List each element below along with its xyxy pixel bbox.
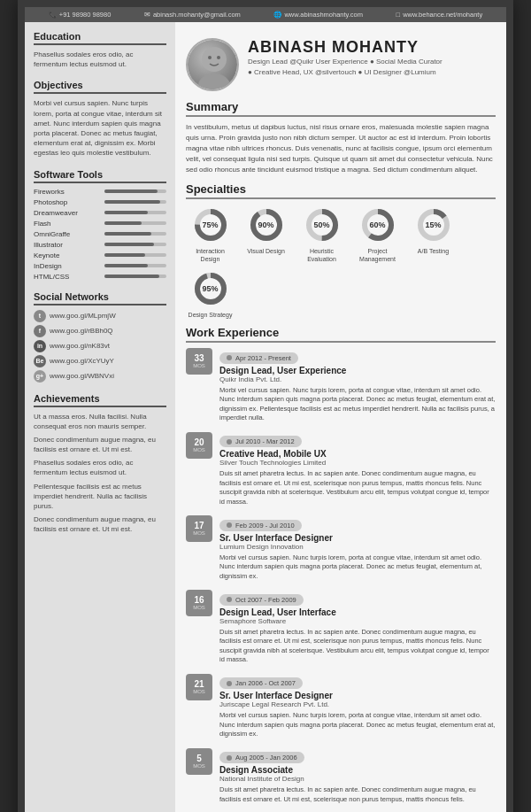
- work-badge: 5 MOS: [186, 748, 212, 775]
- software-item: Illustrator: [34, 241, 166, 249]
- social-item: in www.goo.gl/nK83vt: [34, 340, 166, 352]
- achievements-title: Achievements: [34, 393, 166, 407]
- header-behance: □ www.behance.net/mohanty: [396, 11, 483, 19]
- software-label: Illustrator: [34, 241, 104, 249]
- email-icon: ✉: [144, 11, 150, 19]
- software-bar-bg: [104, 232, 166, 236]
- profile-photo: [186, 38, 239, 91]
- software-bar-bg: [104, 211, 166, 214]
- profile-avatar-svg: [188, 40, 239, 91]
- globe-icon: 🌐: [273, 11, 281, 19]
- work-item: 16 MOS Oct 2007 - Feb 2009 Design Lead, …: [186, 590, 496, 665]
- work-company: National Institute of Design: [219, 775, 496, 783]
- software-label: InDesign: [34, 262, 104, 270]
- header-phone: 📞 +91 98980 98980: [49, 11, 112, 19]
- resume-wrapper: 📞 +91 98980 98980 ✉ abinash.mohanty@gmai…: [18, 0, 513, 812]
- work-item: 20 MOS Jul 2010 - Mar 2012 Creative Head…: [186, 432, 496, 507]
- achievements-text1: Ut a massa eros. Nulla facilisi. Nulla c…: [34, 412, 166, 431]
- donut-label: Project Management: [353, 247, 402, 263]
- objectives-text: Morbi vel cursus sapien. Nunc turpis lor…: [34, 98, 166, 158]
- work-months-unit: MOS: [193, 605, 205, 610]
- software-label: OmniGraffe: [34, 230, 104, 238]
- specialty-item: 75% Interaction Design: [186, 206, 235, 263]
- software-bar-bg: [104, 189, 166, 193]
- work-item: 17 MOS Feb 2009 - Jul 2010 Sr. User Inte…: [186, 515, 496, 581]
- achievements-text3: Phasellus sodales eros odio, ac fermentu…: [34, 458, 166, 477]
- software-item: Keynote: [34, 251, 166, 259]
- work-company: Quikr India Pvt. Ltd.: [219, 375, 496, 383]
- software-bar: [104, 264, 148, 267]
- sidebar: Education Phasellus sodales eros odio, a…: [25, 22, 175, 812]
- work-date: Jul 2010 - Mar 2012: [235, 437, 295, 445]
- software-item: OmniGraffe: [34, 230, 166, 238]
- work-months-num: 20: [194, 438, 204, 447]
- software-item: Dreamweaver: [34, 209, 166, 217]
- svg-point-0: [202, 47, 227, 72]
- date-badge: Apr 2012 - Present: [219, 352, 298, 364]
- work-job-title: Design Associate: [219, 765, 496, 775]
- header-bar: 📞 +91 98980 98980 ✉ abinash.mohanty@gmai…: [25, 7, 506, 22]
- software-label: HTML/CSS: [34, 273, 104, 281]
- achievements-text2: Donec condimentum augue magna, eu facili…: [34, 435, 166, 454]
- work-company: Silver Touch Technologies Limited: [219, 459, 496, 467]
- donut-label: A/B Testing: [418, 247, 449, 255]
- work-content: Oct 2007 - Feb 2009 Design Lead, User In…: [219, 590, 496, 665]
- work-desc: Duis sit amet pharetra lectus. In ac sap…: [219, 469, 496, 507]
- software-label: Keynote: [34, 251, 104, 259]
- social-item: g+ www.goo.gl/WBNVxi: [34, 370, 166, 383]
- social-url: www.goo.gl/WBNVxi: [50, 372, 114, 380]
- social-icon-fb: f: [34, 325, 46, 337]
- donut-label: Interaction Design: [186, 247, 235, 263]
- social-section: Social Networks t www.goo.gl/MLpmjW f ww…: [34, 291, 166, 383]
- software-bar: [104, 243, 154, 246]
- specialties-list: 75% Interaction Design 90% Visual Design…: [186, 206, 496, 319]
- donut-pct: 75%: [202, 220, 218, 229]
- software-item: Flash: [34, 220, 166, 228]
- main-content: ABINASH MOHANTY Design Lead @Quikr User …: [175, 22, 506, 812]
- svg-point-3: [217, 56, 220, 59]
- work-item: 5 MOS Aug 2005 - Jan 2006 Design Associa…: [186, 748, 496, 805]
- work-content: Jan 2006 - Oct 2007 Sr. User Interface D…: [219, 674, 496, 739]
- social-title: Social Networks: [34, 291, 166, 305]
- specialty-item: 15% A/B Testing: [409, 206, 458, 263]
- work-desc: Morbi vel cursus sapien. Nunc turpis lor…: [219, 386, 496, 423]
- donut-container: 75%: [192, 206, 229, 244]
- work-desc: Duis sit amet pharetra lectus. In ac sap…: [219, 628, 496, 665]
- software-item: HTML/CSS: [34, 273, 166, 281]
- software-item: Photoshop: [34, 198, 166, 206]
- work-job-title: Sr. User Interface Designer: [219, 691, 496, 700]
- work-badge: 20 MOS: [186, 432, 212, 459]
- software-bar: [104, 221, 142, 225]
- social-url: www.goo.gl/rBBh0Q: [50, 327, 113, 335]
- date-dot: [227, 522, 232, 528]
- work-content: Jul 2010 - Mar 2012 Creative Head, Mobil…: [219, 432, 496, 507]
- software-bar-bg: [104, 200, 166, 204]
- resume-body: Education Phasellus sodales eros odio, a…: [25, 22, 506, 812]
- software-label: Dreamweaver: [34, 209, 104, 217]
- work-company: Semaphore Software: [219, 617, 496, 625]
- work-months-num: 16: [194, 596, 204, 605]
- behance-icon: □: [396, 11, 401, 19]
- work-job-title: Creative Head, Mobile UX: [219, 449, 496, 459]
- header-website: 🌐 www.abinashmohanty.com: [273, 11, 363, 19]
- work-title: Work Experience: [186, 326, 496, 343]
- social-url: www.goo.gl/MLpmjW: [50, 312, 116, 320]
- work-date: Aug 2005 - Jan 2006: [235, 754, 297, 762]
- header-email: ✉ abinash.mohanty@gmail.com: [144, 11, 241, 19]
- work-months-unit: MOS: [193, 530, 205, 536]
- date-dot: [227, 755, 232, 761]
- social-icon-twitter: t: [34, 310, 46, 322]
- donut-pct: 15%: [425, 220, 441, 229]
- work-months-unit: MOS: [193, 447, 205, 452]
- software-bar: [104, 232, 151, 236]
- specialties-title: Specialties: [186, 182, 496, 199]
- work-list: 33 MOS Apr 2012 - Present Design Lead, U…: [186, 348, 496, 804]
- software-bar-bg: [104, 243, 166, 246]
- work-desc: Morbi vel cursus sapien. Nunc turpis lor…: [219, 711, 496, 739]
- work-months-unit: MOS: [193, 689, 205, 694]
- profile-info: ABINASH MOHANTY Design Lead @Quikr User …: [248, 38, 442, 78]
- date-badge: Jan 2006 - Oct 2007: [219, 677, 303, 689]
- donut-label: Design Strategy: [189, 311, 233, 319]
- software-title: Software Tools: [34, 169, 166, 183]
- work-item: 33 MOS Apr 2012 - Present Design Lead, U…: [186, 348, 496, 423]
